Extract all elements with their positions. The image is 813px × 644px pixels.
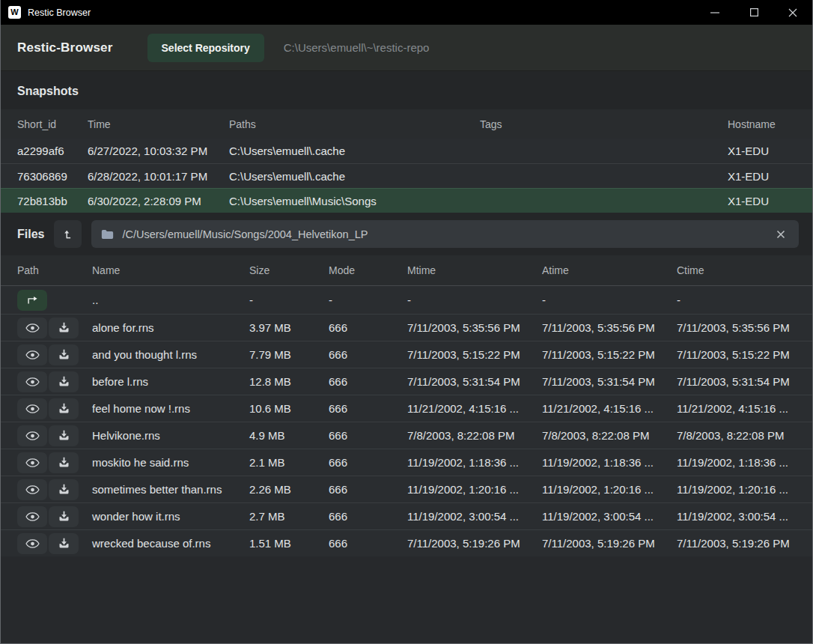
file-atime: 7/11/2003, 5:31:54 PM [542,375,677,388]
snapshot-short-id: 72b813bb [17,195,88,207]
file-mtime: 7/11/2003, 5:19:26 PM [407,537,542,550]
preview-file-button[interactable] [17,371,47,392]
preview-file-button[interactable] [17,398,47,419]
file-mtime: 7/8/2003, 8:22:08 PM [407,429,542,442]
download-icon [58,349,70,360]
file-name: alone for.rns [92,321,249,334]
eye-icon [25,484,40,495]
file-mtime: 11/19/2002, 3:00:54 ... [407,510,542,523]
download-file-button[interactable] [49,371,79,392]
level-up-icon [62,228,74,240]
parent-directory-row: .. - - - - - [1,286,812,314]
go-parent-directory-button[interactable] [17,290,47,311]
file-atime: 7/11/2003, 5:35:56 PM [542,321,677,334]
file-name: feel home now !.rns [92,402,249,415]
column-atime: Atime [542,264,677,276]
download-icon [58,538,70,549]
download-icon [58,430,70,441]
file-ctime: - [677,294,806,306]
snapshot-paths: C:\Users\emuell\.cache [229,145,480,157]
maximize-button[interactable] [734,0,773,25]
file-atime: 11/21/2002, 4:15:16 ... [542,402,677,415]
file-mtime: 11/19/2002, 1:18:36 ... [407,456,542,469]
download-icon [58,457,70,468]
file-row: Helvikone.rns 4.9 MB 666 7/8/2003, 8:22:… [1,422,812,449]
column-tags: Tags [480,118,728,130]
preview-file-button[interactable] [17,479,47,500]
level-up-button[interactable] [54,220,82,248]
files-title: Files [17,228,44,241]
download-file-button[interactable] [49,425,79,446]
snapshot-hostname: X1-EDU [728,195,802,207]
eye-icon [25,538,40,549]
minimize-button[interactable] [695,0,734,25]
download-file-button[interactable] [49,506,79,527]
download-file-button[interactable] [49,344,79,365]
file-name: sometimes better than.rns [92,483,249,496]
eye-icon [25,323,40,333]
download-file-button[interactable] [49,318,79,338]
folder-icon [101,229,114,240]
file-name: wonder how it.rns [92,510,249,523]
file-ctime: 11/19/2002, 1:20:16 ... [677,483,806,496]
preview-file-button[interactable] [17,425,47,446]
file-mode: 666 [329,483,407,496]
snapshot-row[interactable]: 76306869 6/28/2022, 10:01:17 PM C:\Users… [1,163,812,188]
snapshot-hostname: X1-EDU [728,145,802,157]
file-row: sometimes better than.rns 2.26 MB 666 11… [1,476,812,502]
download-icon [58,403,70,414]
close-icon [788,8,797,17]
column-path: Path [17,264,92,276]
file-size: 7.79 MB [249,348,329,361]
files-section-header: Files /C/Users/emuell/Music/Songs/2004_H… [1,213,812,255]
preview-file-button[interactable] [17,452,47,473]
file-row: feel home now !.rns 10.6 MB 666 11/21/20… [1,395,812,422]
preview-file-button[interactable] [17,318,47,338]
column-hostname: Hostname [728,118,802,130]
snapshot-short-id: 76306869 [17,170,88,183]
select-repository-button[interactable]: Select Repository [147,34,264,62]
file-ctime: 7/8/2003, 8:22:08 PM [677,429,806,442]
file-ctime: 7/11/2003, 5:35:56 PM [677,321,806,334]
eye-icon [25,511,40,522]
file-row: and you thought l.rns 7.79 MB 666 7/11/2… [1,341,812,368]
preview-file-button[interactable] [17,506,47,527]
file-mtime: 7/11/2003, 5:35:56 PM [407,321,542,334]
snapshots-table-header: Short_id Time Paths Tags Hostname [1,109,812,139]
file-name: and you thought l.rns [92,348,249,361]
file-size: 4.9 MB [249,429,329,442]
download-file-button[interactable] [49,533,79,554]
preview-file-button[interactable] [17,533,47,554]
snapshot-time: 6/30/2022, 2:28:09 PM [88,195,229,207]
file-path-input[interactable]: /C/Users/emuell/Music/Songs/2004_Helveti… [91,220,799,248]
download-file-button[interactable] [49,452,79,473]
column-size: Size [249,264,329,276]
file-mode: 666 [329,429,407,442]
column-paths: Paths [229,118,480,130]
file-mtime: - [407,294,542,306]
minimize-icon [710,8,719,17]
clear-path-button[interactable] [773,226,789,243]
snapshot-row-selected[interactable]: 72b813bb 6/30/2022, 2:28:09 PM C:\Users\… [1,188,812,213]
file-size: 2.1 MB [249,456,329,469]
download-icon [58,376,70,387]
download-file-button[interactable] [49,479,79,500]
file-mode: 666 [329,510,407,523]
empty-area [1,556,812,643]
window-title: Restic Browser [28,7,91,18]
snapshots-title: Snapshots [17,85,79,97]
file-size: 3.97 MB [249,321,329,334]
snapshot-row[interactable]: a2299af6 6/27/2022, 10:03:32 PM C:\Users… [1,139,812,163]
file-atime: 11/19/2002, 1:18:36 ... [542,456,677,469]
file-mode: 666 [329,402,407,415]
download-file-button[interactable] [49,398,79,419]
file-atime: 7/11/2003, 5:15:22 PM [542,348,677,361]
file-name: before l.rns [92,375,249,388]
window-controls [695,0,812,25]
close-button[interactable] [773,0,812,25]
file-name: .. [92,294,249,306]
file-row: moskito he said.rns 2.1 MB 666 11/19/200… [1,449,812,476]
file-size: 2.26 MB [249,483,329,496]
preview-file-button[interactable] [17,344,47,365]
titlebar[interactable]: W Restic Browser [1,0,812,25]
